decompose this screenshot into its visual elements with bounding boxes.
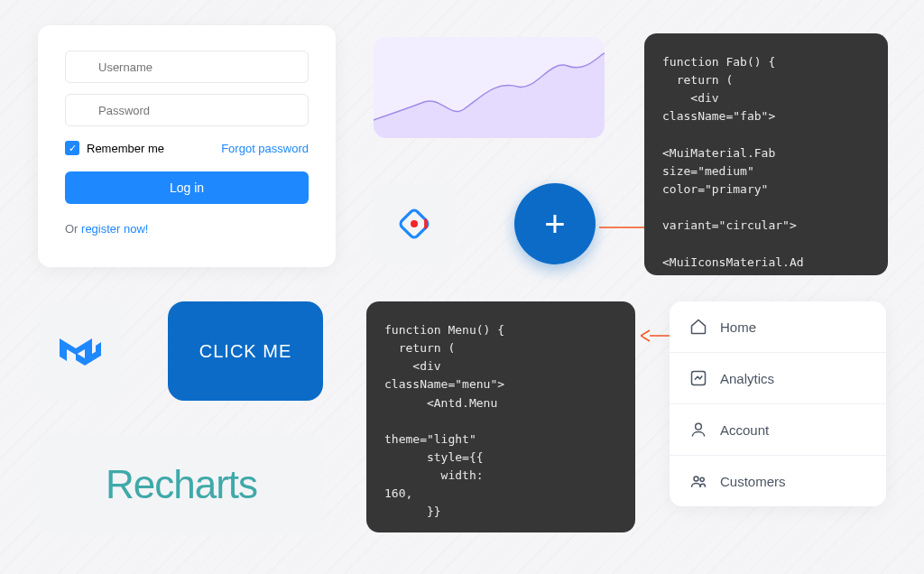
mui-logo-icon (58, 333, 103, 369)
register-now-link[interactable]: register now! (81, 222, 148, 236)
antd-logo-card (374, 183, 455, 264)
register-prompt: Or register now! (65, 222, 309, 236)
menu-item-label: Analytics (720, 371, 774, 386)
account-icon (689, 421, 707, 439)
antd-logo-icon (393, 202, 436, 245)
svg-point-8 (694, 477, 698, 481)
checkbox-checked-icon: ✓ (65, 141, 79, 155)
fab-button[interactable]: + (514, 183, 596, 264)
click-me-button[interactable]: CLICK ME (168, 301, 323, 401)
password-input[interactable] (65, 94, 309, 126)
login-options-row: ✓ Remember me Forgot password (65, 141, 309, 155)
home-icon (689, 318, 707, 336)
svg-point-9 (700, 477, 704, 481)
username-input[interactable] (65, 51, 309, 83)
remember-me-checkbox[interactable]: ✓ Remember me (65, 141, 164, 155)
plus-icon: + (544, 204, 565, 245)
area-chart-card (374, 37, 605, 138)
menu-item-label: Customers (720, 474, 786, 489)
recharts-logo-card: Recharts (40, 435, 323, 534)
svg-point-3 (411, 220, 418, 227)
nav-menu-card: Home Analytics Account Customers (670, 301, 886, 506)
area-chart (374, 37, 605, 138)
password-field-wrap (65, 94, 309, 137)
menu-item-home[interactable]: Home (670, 301, 886, 353)
code-snippet-fab: function Fab() { return ( <div className… (644, 33, 888, 275)
menu-item-label: Account (720, 422, 769, 438)
or-text: Or (65, 222, 81, 236)
recharts-label: Recharts (106, 462, 257, 507)
username-field-wrap (65, 51, 309, 94)
login-button[interactable]: Log in (65, 171, 309, 204)
svg-point-7 (696, 423, 702, 430)
mui-logo-card (40, 301, 121, 401)
login-card: ✓ Remember me Forgot password Log in Or … (38, 25, 336, 267)
menu-item-label: Home (720, 319, 756, 335)
menu-item-account[interactable]: Account (670, 404, 886, 456)
code-snippet-menu: function Menu() { return ( <div classNam… (366, 301, 635, 532)
forgot-password-link[interactable]: Forgot password (221, 142, 309, 155)
remember-me-label: Remember me (87, 142, 164, 155)
customers-icon (689, 472, 707, 490)
menu-item-analytics[interactable]: Analytics (670, 353, 886, 404)
menu-item-customers[interactable]: Customers (670, 456, 886, 506)
analytics-icon (689, 369, 707, 387)
